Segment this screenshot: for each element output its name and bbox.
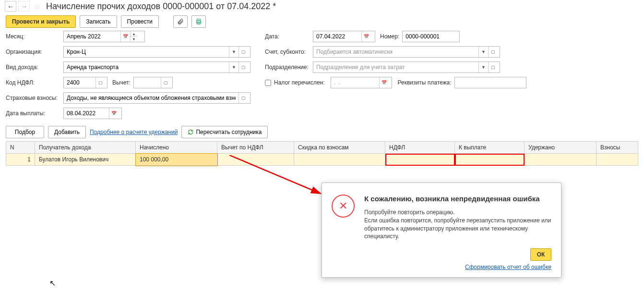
calendar-icon[interactable]: 📅: [361, 31, 371, 42]
pay-details-input[interactable]: [455, 77, 525, 88]
error-report-link[interactable]: Сформировать отчет об ошибке: [332, 264, 551, 270]
table-row[interactable]: 1 Булатов Игорь Виленович 100 000,00: [6, 154, 638, 166]
tax-date-field[interactable]: 📅: [331, 77, 392, 88]
account-field[interactable]: ▼ ▢: [313, 46, 500, 58]
number-field[interactable]: [402, 31, 460, 42]
cell-withheld[interactable]: [525, 154, 596, 166]
open-icon[interactable]: ▢: [488, 62, 498, 73]
deduction-label: Вычет:: [112, 79, 131, 86]
org-input[interactable]: [64, 47, 229, 57]
date-input[interactable]: [313, 31, 361, 42]
nav-back-button[interactable]: ←: [5, 1, 16, 12]
date-label: Дата:: [265, 33, 313, 40]
error-x-icon: ✕: [332, 195, 355, 218]
tax-paid-label: Налог перечислен:: [274, 79, 325, 86]
print-icon[interactable]: [191, 15, 206, 28]
dialog-text1: Попробуйте повторить операцию.: [364, 208, 551, 217]
cell-ndfl[interactable]: [385, 154, 455, 166]
cell-charged[interactable]: 100 000,00: [136, 154, 217, 166]
mouse-cursor-icon: ↖: [49, 279, 56, 288]
nav-forward-button[interactable]: →: [18, 1, 30, 12]
month-spinner[interactable]: ▲▼: [130, 31, 137, 42]
recalc-button[interactable]: Пересчитать сотрудника: [181, 126, 268, 138]
calendar-icon[interactable]: 📅: [109, 108, 119, 119]
deduction-field[interactable]: ▢: [133, 77, 173, 88]
date-field[interactable]: 📅: [313, 31, 375, 42]
dropdown-icon[interactable]: ▼: [229, 62, 239, 73]
th-topay[interactable]: К выплате: [455, 142, 525, 154]
pay-details-field[interactable]: [454, 77, 526, 88]
th-contributions[interactable]: Взносы: [596, 142, 638, 154]
cell-topay[interactable]: [455, 154, 525, 166]
month-label: Месяц:: [6, 33, 63, 40]
open-icon[interactable]: ▢: [95, 77, 105, 88]
cell-recipient[interactable]: Булатов Игорь Виленович: [35, 154, 136, 166]
dropdown-icon[interactable]: ▼: [478, 62, 488, 73]
open-icon[interactable]: ▢: [239, 47, 248, 57]
income-type-field[interactable]: ▼ ▢: [63, 61, 250, 73]
recalc-label: Пересчитать сотрудника: [196, 129, 262, 135]
employees-table: N Получатель дохода Начислено Вычет по Н…: [6, 141, 638, 166]
th-discount[interactable]: Скидка по взносам: [294, 142, 385, 154]
cell-discount[interactable]: [294, 154, 385, 166]
cell-deduction[interactable]: [217, 154, 294, 166]
org-field[interactable]: ▼ ▢: [63, 46, 250, 58]
pay-details-label: Реквизиты платежа:: [398, 79, 452, 86]
error-dialog: ✕ К сожалению, возникла непредвиденная о…: [322, 183, 561, 278]
dialog-title: К сожалению, возникла непредвиденная оши…: [364, 195, 551, 203]
tax-paid-checkbox[interactable]: [265, 80, 271, 86]
th-charged[interactable]: Начислено: [136, 142, 217, 154]
more-link[interactable]: Подробнее о расчете удержаний: [90, 129, 178, 135]
paydate-input[interactable]: [64, 108, 109, 119]
number-label: Номер:: [380, 33, 399, 40]
open-icon[interactable]: ▢: [239, 62, 248, 73]
income-type-label: Вид дохода:: [6, 64, 63, 71]
dialog-text2: Если ошибка повторится, попробуйте перез…: [364, 217, 551, 241]
dept-label: Подразделение:: [265, 64, 313, 71]
open-icon[interactable]: ▢: [239, 93, 248, 103]
save-button[interactable]: Записать: [80, 15, 117, 28]
ndfl-code-label: Код НДФЛ:: [6, 79, 63, 86]
dept-input[interactable]: [313, 62, 478, 73]
tax-date-input[interactable]: [331, 77, 379, 88]
favorite-star-icon[interactable]: ☆: [34, 2, 40, 11]
calendar-icon[interactable]: 📅: [120, 31, 130, 42]
dropdown-icon[interactable]: ▼: [229, 47, 239, 57]
contrib-label: Страховые взносы:: [6, 95, 63, 101]
income-type-input[interactable]: [64, 62, 229, 73]
month-input[interactable]: [64, 31, 120, 42]
account-label: Счет, субконто:: [265, 49, 313, 55]
add-button[interactable]: Добавить: [48, 126, 86, 138]
ndfl-code-input[interactable]: [64, 77, 95, 88]
contrib-field[interactable]: ▢: [63, 92, 250, 104]
pick-button[interactable]: Подбор: [6, 126, 44, 138]
dept-field[interactable]: ▼ ▢: [313, 61, 500, 73]
th-ndfl[interactable]: НДФЛ: [385, 142, 455, 154]
deduction-input[interactable]: [134, 77, 161, 88]
org-label: Организация:: [6, 49, 63, 55]
dropdown-icon[interactable]: ▼: [478, 47, 488, 57]
ndfl-code-field[interactable]: ▢: [63, 77, 107, 88]
attach-icon[interactable]: [173, 15, 188, 28]
open-icon[interactable]: ▢: [488, 47, 498, 57]
cell-n[interactable]: 1: [6, 154, 35, 166]
cell-contributions[interactable]: [596, 154, 638, 166]
th-n[interactable]: N: [6, 142, 35, 154]
th-recipient[interactable]: Получатель дохода: [35, 142, 136, 154]
paydate-label: Дата выплаты:: [6, 110, 63, 117]
post-button[interactable]: Провести: [121, 15, 159, 28]
month-field[interactable]: 📅 ▲▼: [63, 31, 145, 42]
dialog-ok-button[interactable]: ОК: [530, 248, 551, 261]
account-input[interactable]: [313, 47, 478, 57]
refresh-icon: [188, 129, 193, 135]
page-title: Начисление прочих доходов 0000-000001 от…: [46, 1, 276, 12]
number-input[interactable]: [403, 31, 458, 42]
th-deduction[interactable]: Вычет по НДФЛ: [217, 142, 294, 154]
paydate-field[interactable]: 📅: [63, 108, 122, 119]
th-withheld[interactable]: Удержано: [525, 142, 596, 154]
post-and-close-button[interactable]: Провести и закрыть: [6, 15, 76, 28]
contrib-input[interactable]: [64, 93, 239, 103]
calendar-icon[interactable]: 📅: [379, 77, 389, 88]
open-icon[interactable]: ▢: [161, 77, 170, 88]
